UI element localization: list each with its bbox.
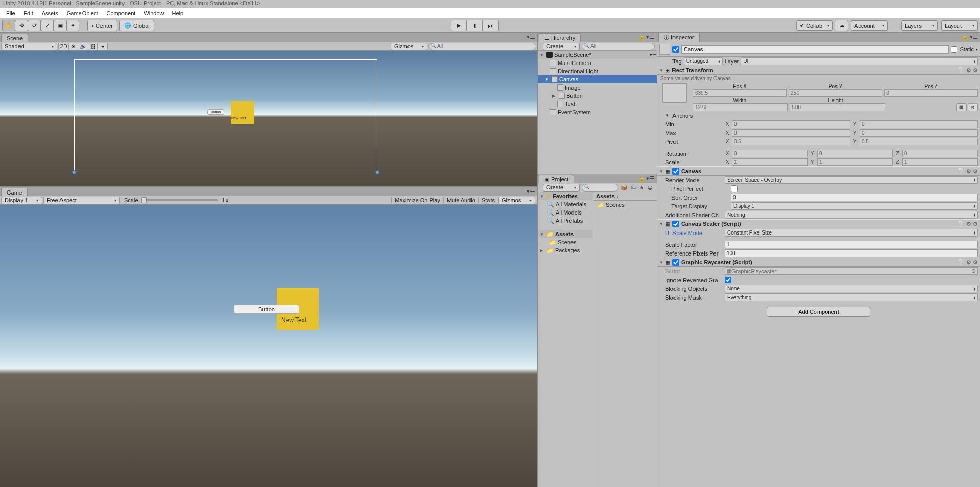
project-content[interactable]: Assets› 📁Scenes xyxy=(593,192,657,487)
pixel-perfect-checkbox[interactable] xyxy=(731,185,738,192)
scale-x[interactable]: 1 xyxy=(732,158,808,166)
project-options-icon[interactable]: ▾☰ xyxy=(646,175,655,182)
search-labels-icon[interactable]: 🏷 xyxy=(629,184,637,191)
target-display-dropdown[interactable]: Display 1 xyxy=(731,202,978,210)
scale-y[interactable]: 1 xyxy=(817,158,893,166)
game-tab[interactable]: Game xyxy=(1,188,28,196)
static-checkbox[interactable] xyxy=(951,46,957,53)
hierarchy-search[interactable]: All xyxy=(582,43,655,50)
maximize-on-play[interactable]: Maximize On Play xyxy=(391,197,444,203)
hand-tool[interactable]: ✋ xyxy=(2,20,15,31)
project-create-dropdown[interactable]: Create xyxy=(543,184,580,192)
game-options-icon[interactable]: ▾☰ xyxy=(527,188,535,195)
collab-dropdown[interactable]: ✔ Collab xyxy=(796,20,833,31)
stats-toggle[interactable]: Stats xyxy=(479,197,498,203)
game-button[interactable]: Button xyxy=(234,305,299,314)
preset-icon[interactable]: ⚙ xyxy=(966,67,971,74)
render-mode-dropdown[interactable]: Screen Space - Overlay xyxy=(725,176,978,184)
anchor-max-y[interactable]: 0 xyxy=(860,129,978,137)
blocking-objects-dropdown[interactable]: None xyxy=(725,285,978,292)
pivot-center-toggle[interactable]: ▪ Center xyxy=(87,20,117,31)
anchor-preset-button[interactable] xyxy=(662,83,687,103)
preset-icon[interactable]: ⚙ xyxy=(966,168,971,175)
anchor-min-y[interactable]: 0 xyxy=(860,120,978,128)
project-lock-icon[interactable]: 🔒 xyxy=(638,175,645,182)
inspector-body[interactable]: Static▾ Tag Untagged Layer UI ▼⊞Rect Tra… xyxy=(657,42,980,487)
scene-text-object[interactable]: New Text xyxy=(231,116,246,120)
ignore-reversed-checkbox[interactable] xyxy=(725,277,731,283)
pos-x-field[interactable]: 639.5 xyxy=(693,89,787,97)
layers-dropdown[interactable]: Layers xyxy=(901,20,938,31)
canvas-comp-header[interactable]: ▼▦Canvas ❔⚙⚙ xyxy=(657,166,980,176)
inspector-lock-icon[interactable]: 🔒 xyxy=(962,34,969,40)
pos-z-field[interactable]: 0 xyxy=(884,89,978,97)
inspector-options-icon[interactable]: ▾☰ xyxy=(970,34,978,40)
hierarchy-lock-icon[interactable]: 🔒 xyxy=(638,34,645,40)
menu-component[interactable]: Component xyxy=(102,9,139,17)
canvas-enabled-checkbox[interactable] xyxy=(672,168,679,175)
height-field[interactable]: 500 xyxy=(790,103,885,111)
2d-toggle[interactable]: 2D xyxy=(58,43,69,50)
blocking-mask-dropdown[interactable]: Everything xyxy=(725,293,978,301)
scene-viewport[interactable]: Button New Text xyxy=(0,51,537,186)
lighting-toggle[interactable]: ☀ xyxy=(68,43,78,50)
scale-slider[interactable] xyxy=(141,199,218,201)
move-tool[interactable]: ✥ xyxy=(15,20,28,31)
pause-button[interactable]: ⏸ xyxy=(466,20,483,31)
help-icon[interactable]: ❔ xyxy=(957,259,965,266)
blueprint-mode-button[interactable]: ⊞ xyxy=(956,103,967,111)
raycaster-enabled-checkbox[interactable] xyxy=(672,259,679,266)
gameobject-name-input[interactable] xyxy=(681,45,949,54)
search-assets-icon[interactable]: 📦 xyxy=(620,184,628,191)
add-component-button[interactable]: Add Component xyxy=(767,307,870,317)
hierarchy-item-text[interactable]: Text xyxy=(538,100,657,108)
step-button[interactable]: ⏭ xyxy=(482,20,499,31)
gear-icon[interactable]: ⚙ xyxy=(973,259,978,266)
hierarchy-item-canvas[interactable]: ▼Canvas xyxy=(538,75,657,83)
aspect-dropdown[interactable]: Free Aspect xyxy=(43,197,120,204)
anchor-max-x[interactable]: 0 xyxy=(732,129,850,137)
ref-pixels-field[interactable]: 100 xyxy=(725,249,978,257)
project-tab[interactable]: ▣ Project xyxy=(539,175,574,183)
ui-scale-mode-dropdown[interactable]: Constant Pixel Size xyxy=(725,229,978,237)
fx-toggle[interactable]: 🖼 xyxy=(88,43,98,50)
hierarchy-item-directional-light[interactable]: Directional Light xyxy=(538,67,657,75)
tag-dropdown[interactable]: Untagged xyxy=(684,57,723,65)
scene-button-object[interactable]: Button xyxy=(207,109,224,115)
gizmos-dropdown[interactable]: Gizmos xyxy=(391,43,427,50)
audio-toggle[interactable]: 🔊 xyxy=(78,43,88,50)
gear-icon[interactable]: ⚙ xyxy=(973,221,978,227)
help-icon[interactable]: ❔ xyxy=(957,168,965,175)
rotate-tool[interactable]: ⟳ xyxy=(28,20,41,31)
hierarchy-item-button[interactable]: ▶Button xyxy=(538,92,657,100)
hierarchy-create-dropdown[interactable]: Create xyxy=(543,43,580,50)
rect-tool[interactable]: ▣ xyxy=(53,20,67,31)
menu-edit[interactable]: Edit xyxy=(19,9,37,17)
inspector-tab[interactable]: ⓘ Inspector xyxy=(658,32,700,42)
display-dropdown[interactable]: Display 1 xyxy=(1,197,42,204)
anchor-min-x[interactable]: 0 xyxy=(732,120,850,128)
hierarchy-scene-root[interactable]: ▼SampleScene* ▾☰ xyxy=(538,51,657,59)
menu-help[interactable]: Help xyxy=(168,9,188,17)
rot-z[interactable]: 0 xyxy=(902,150,978,157)
project-folders[interactable]: ▼★Favorites 🔍All Materials 🔍All Models 🔍… xyxy=(538,192,593,487)
menu-file[interactable]: File xyxy=(2,9,19,17)
project-item-scenes[interactable]: 📁Scenes xyxy=(593,201,657,209)
scale-tool[interactable]: ⤢ xyxy=(40,20,54,31)
layout-dropdown[interactable]: Layout xyxy=(941,20,978,31)
account-dropdown[interactable]: Account xyxy=(851,20,888,31)
canvas-handle-bl[interactable] xyxy=(72,170,76,174)
raw-edit-button[interactable]: R xyxy=(968,103,978,111)
help-icon[interactable]: ❔ xyxy=(957,221,965,227)
shader-channels-dropdown[interactable]: Nothing xyxy=(725,211,978,219)
scale-factor-field[interactable]: 1 xyxy=(725,241,978,248)
pos-y-field[interactable]: 250 xyxy=(789,89,883,97)
sort-order-field[interactable]: 0 xyxy=(731,194,978,201)
hidden-icon[interactable]: ◒ xyxy=(646,184,655,191)
active-checkbox[interactable] xyxy=(672,46,679,53)
pivot-y[interactable]: 0.5 xyxy=(860,138,978,145)
gameobject-icon[interactable] xyxy=(659,44,670,55)
canvas-scaler-header[interactable]: ▼▦Canvas Scaler (Script) ❔⚙⚙ xyxy=(657,219,980,228)
game-viewport[interactable]: Button New Text xyxy=(0,205,537,487)
pivot-x[interactable]: 0.5 xyxy=(732,138,850,145)
